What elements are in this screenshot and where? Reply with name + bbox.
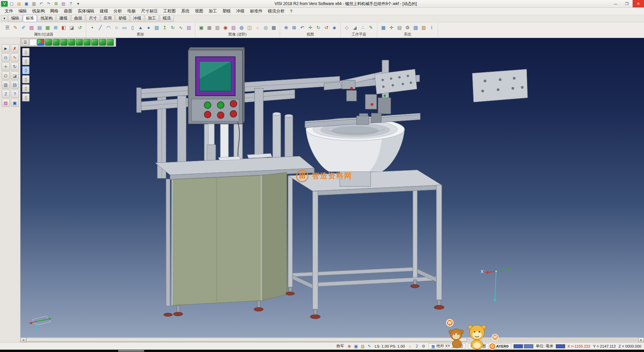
menubar-item[interactable]: 电极 (125, 7, 139, 15)
viewport-menu-icon[interactable]: ☰ (22, 39, 29, 46)
view-iso-cube-icon[interactable] (91, 39, 98, 46)
ribbon-tab[interactable]: 建模 (56, 15, 70, 22)
snap-icon[interactable]: ✛ (388, 24, 395, 31)
workplane-3point-icon[interactable]: ∴ (359, 24, 367, 31)
menubar-item[interactable]: 冲模 (233, 7, 247, 15)
workplane-xy-icon[interactable]: ◇ (343, 24, 351, 31)
redraw-icon[interactable]: ↺ (323, 24, 330, 31)
view-state-6-button[interactable]: ▯ (22, 93, 30, 101)
grid-icon[interactable]: ▦ (380, 24, 387, 31)
view-top-cube-icon[interactable] (45, 39, 52, 46)
attribute-eraser-icon[interactable]: ◪ (68, 24, 75, 31)
save-file-icon[interactable]: ▣ (23, 1, 30, 7)
zoom-previous-icon[interactable]: ↶ (299, 24, 306, 31)
snap-lock-label[interactable]: 拴牢 (336, 344, 344, 349)
help-icon[interactable]: ? (67, 1, 74, 7)
filter-wand-icon[interactable]: ✐ (20, 24, 27, 31)
model-table-frame[interactable] (286, 170, 444, 319)
menubar-item[interactable]: 系统 (178, 7, 192, 15)
menubar-item[interactable]: 视图 (192, 7, 206, 15)
erase-icon[interactable]: ◪ (11, 72, 19, 80)
menubar-item[interactable]: 尺寸标注 (139, 7, 161, 15)
scroll-track[interactable] (26, 338, 638, 342)
color-bar-icon[interactable]: ▨ (360, 344, 366, 349)
box-icon[interactable]: ▧ (153, 24, 160, 31)
toolbar-options-icon[interactable]: ▾ (75, 1, 82, 7)
viewport[interactable]: X ☰ ▯▯▯▯▯▯ (20, 38, 644, 337)
zoom-fit-icon[interactable]: ⊕ (282, 24, 290, 31)
ribbon-tab[interactable]: 冲模 (130, 15, 144, 22)
quick-edit-icon[interactable]: ✎ (367, 344, 372, 349)
layer-manager-icon[interactable]: ▧ (412, 24, 419, 31)
shaded-view-icon[interactable]: ▣ (198, 24, 205, 31)
menubar-item[interactable]: 标准件 (247, 7, 265, 15)
zoom-window-icon[interactable]: ⊞ (290, 24, 298, 31)
menubar-item[interactable]: 实体编辑 (75, 7, 97, 15)
menubar-item[interactable]: 加工 (206, 7, 220, 15)
background-icon[interactable]: ▩ (270, 24, 277, 31)
sketch-pencil-icon[interactable]: ✎ (11, 53, 19, 61)
arc-icon[interactable]: ◠ (105, 24, 112, 31)
database-icon[interactable]: ▥ (420, 24, 427, 31)
ribbon-tab[interactable]: 曲面 (71, 15, 85, 22)
dynamic-view-icon[interactable]: ◈ (331, 24, 338, 31)
view-custom-cube-icon[interactable] (107, 39, 114, 46)
circle-icon[interactable]: ○ (113, 24, 120, 31)
hidden-line-icon[interactable]: ▥ (214, 24, 221, 31)
rotate-icon[interactable]: ↻ (11, 62, 19, 71)
capture-icon[interactable]: ◎ (262, 24, 269, 31)
gears-icon[interactable]: ⚙ (421, 344, 426, 349)
layer-color-swatch[interactable] (524, 344, 533, 348)
close-button[interactable]: ✕ (633, 0, 644, 7)
print-icon[interactable]: ▥ (31, 1, 37, 7)
system-info-icon[interactable]: i (428, 24, 435, 31)
minimize-button[interactable]: — (610, 0, 621, 7)
app-logo[interactable]: V (1, 1, 8, 7)
menubar-item[interactable]: 模流分析 (265, 7, 287, 15)
menubar-item[interactable]: 网格 (48, 7, 61, 15)
ribbon-tab[interactable]: 标准 (23, 15, 37, 22)
view-right-cube-icon[interactable] (84, 39, 91, 46)
ribbon-tab[interactable]: 尺寸 (86, 15, 100, 22)
move-icon[interactable]: ✛ (2, 62, 10, 71)
viewport-canvas[interactable]: X (20, 38, 644, 337)
select-icon[interactable]: ► (2, 44, 10, 52)
options-gear-icon[interactable]: ⚙ (404, 24, 411, 31)
view-back-cube-icon[interactable] (68, 39, 75, 46)
attribute-reset-icon[interactable]: ↺ (76, 24, 84, 31)
menubar-item[interactable]: 文件 (2, 7, 16, 15)
view-state-1-button[interactable]: ▯ (22, 48, 30, 56)
scroll-left-arrow[interactable]: ◄ (20, 338, 26, 342)
scroll-thumb[interactable] (26, 338, 467, 342)
wireframe-view-icon[interactable]: ▦ (206, 24, 213, 31)
view-bottom-cube-icon[interactable] (53, 39, 60, 46)
model-cabinet[interactable] (164, 172, 287, 316)
layers-icon[interactable]: ▤ (11, 81, 19, 89)
rotate-view-icon[interactable]: ↻ (315, 24, 322, 31)
filter-type-icon[interactable]: ▦ (44, 24, 51, 31)
view-state-2-button[interactable]: ▯ (22, 57, 30, 65)
viewport-blank-button[interactable] (30, 39, 37, 46)
view-front-cube-icon[interactable] (60, 39, 67, 46)
tab-dropdown-button[interactable]: ▼ (1, 16, 7, 21)
model-plate[interactable] (472, 69, 528, 102)
workplane-align-icon[interactable]: ◢ (351, 24, 359, 31)
view-left-cube-icon[interactable] (76, 39, 83, 46)
query-icon[interactable]: ? (11, 90, 19, 98)
menubar-item[interactable]: 线架构 (30, 7, 48, 15)
mascot-widget[interactable]: WOW (446, 319, 500, 351)
filter-color-icon[interactable]: ▨ (28, 24, 35, 31)
copy-icon[interactable]: ⊞ (53, 1, 59, 7)
paste-icon[interactable]: ▧ (60, 1, 67, 7)
ribbon-tab[interactable]: 线架构 (38, 15, 56, 22)
transparency-icon[interactable]: ◍ (238, 24, 245, 31)
paint-attributes-icon[interactable]: ◧ (60, 24, 67, 31)
bulb-icon[interactable]: ☼ (407, 344, 413, 349)
pan-icon[interactable]: ✛ (307, 24, 314, 31)
print-part-icon[interactable]: ▥ (2, 81, 10, 89)
render-icon[interactable]: ◉ (222, 24, 229, 31)
ribbon-tab[interactable]: 模流 (160, 15, 174, 22)
menubar-item[interactable]: ? (287, 8, 295, 15)
cylinder-icon[interactable]: ▯ (129, 24, 136, 31)
sweep-icon[interactable]: ∿ (177, 24, 184, 31)
